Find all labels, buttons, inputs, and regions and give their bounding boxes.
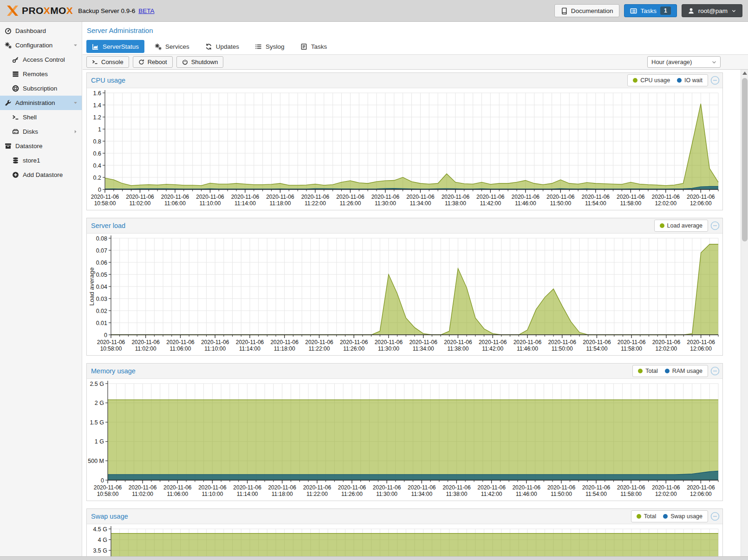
sidebar-item-datastore[interactable]: Datastore <box>0 139 82 153</box>
tab-services[interactable]: Services <box>149 40 195 53</box>
vertical-scrollbar[interactable] <box>741 70 748 557</box>
legend-label: Total <box>645 368 657 374</box>
svg-text:11:30:00: 11:30:00 <box>378 345 399 352</box>
sidebar-item-administration[interactable]: Administration <box>0 96 82 110</box>
caret-down-icon[interactable] <box>73 43 78 48</box>
svg-text:2020-11-06: 2020-11-06 <box>305 339 333 345</box>
undo-icon <box>138 59 144 65</box>
user-menu-button[interactable]: root@pam <box>682 4 742 17</box>
sidebar-item-remotes[interactable]: Remotes <box>0 67 82 81</box>
caret-right-icon[interactable] <box>73 129 78 134</box>
sidebar-item-add-datastore[interactable]: Add Datastore <box>0 168 82 182</box>
terminal-icon <box>12 114 19 121</box>
svg-text:11:10:00: 11:10:00 <box>204 345 226 352</box>
svg-text:11:26:00: 11:26:00 <box>341 491 363 497</box>
svg-text:2020-11-06: 2020-11-06 <box>161 194 189 200</box>
svg-text:2020-11-06: 2020-11-06 <box>236 339 264 345</box>
tab-bar: ServerStatusServicesUpdatesSyslogTasks <box>83 39 748 54</box>
timeframe-select[interactable]: Hour (average) <box>647 56 721 68</box>
svg-text:500 M: 500 M <box>88 458 104 464</box>
user-label: root@pam <box>698 7 728 14</box>
collapse-panel-button[interactable] <box>710 221 720 230</box>
reboot-button[interactable]: Reboot <box>133 56 173 68</box>
svg-text:11:30:00: 11:30:00 <box>375 200 396 207</box>
svg-text:11:02:00: 11:02:00 <box>135 345 156 352</box>
svg-text:2020-11-06: 2020-11-06 <box>687 194 715 200</box>
tab-updates[interactable]: Updates <box>200 40 245 53</box>
cpu-usage-chart-body: 00.20.40.60.811.21.41.62020-11-0610:58:0… <box>87 88 722 210</box>
collapse-panel-button[interactable] <box>710 512 720 521</box>
sidebar-item-label: Disks <box>23 128 38 135</box>
svg-text:0.04: 0.04 <box>96 284 107 290</box>
shutdown-button[interactable]: Shutdown <box>176 56 224 68</box>
tab-tasks[interactable]: Tasks <box>295 40 333 53</box>
sidebar-item-subscription[interactable]: Subscription <box>0 81 82 96</box>
svg-text:2020-11-06: 2020-11-06 <box>340 339 368 345</box>
collapse-panel-button[interactable] <box>710 76 720 85</box>
swap-usage-panel: Swap usageTotalSwap usage0500 M1 G1.5 G2… <box>86 508 723 557</box>
chevron-down-icon <box>731 8 736 13</box>
svg-text:2020-11-06: 2020-11-06 <box>514 339 542 345</box>
proxmox-logo[interactable]: PROXMOX <box>6 4 73 17</box>
svg-text:11:30:00: 11:30:00 <box>376 491 397 497</box>
key-icon <box>12 56 19 63</box>
tab-syslog[interactable]: Syslog <box>249 40 290 53</box>
svg-text:2020-11-06: 2020-11-06 <box>266 194 294 200</box>
svg-text:12:06:00: 12:06:00 <box>690 345 712 352</box>
svg-text:2020-11-06: 2020-11-06 <box>97 339 125 345</box>
sidebar-item-store1[interactable]: store1 <box>0 153 82 168</box>
documentation-button[interactable]: Documentation <box>554 4 619 17</box>
svg-text:11:50:00: 11:50:00 <box>550 200 571 207</box>
svg-text:0: 0 <box>101 477 104 484</box>
svg-text:11:34:00: 11:34:00 <box>413 345 434 352</box>
chart-legend: Load average <box>654 220 708 232</box>
svg-text:0: 0 <box>104 332 107 339</box>
plus-circle-icon <box>12 171 19 178</box>
svg-text:2020-11-06: 2020-11-06 <box>201 339 229 345</box>
collapse-panel-button[interactable] <box>710 366 720 376</box>
panel-title: CPU usage <box>91 77 627 84</box>
svg-text:11:14:00: 11:14:00 <box>237 491 258 497</box>
cpu-usage-panel: CPU usageCPU usageIO wait00.20.40.60.811… <box>86 72 723 210</box>
tachometer-icon <box>5 27 12 34</box>
legend-item: Load average <box>660 222 702 229</box>
svg-text:11:50:00: 11:50:00 <box>551 491 572 497</box>
sidebar-item-shell[interactable]: Shell <box>0 110 82 124</box>
svg-text:2020-11-06: 2020-11-06 <box>373 484 401 491</box>
button-label: Reboot <box>148 59 167 65</box>
button-label: Shutdown <box>191 59 218 65</box>
tab-serverstatus[interactable]: ServerStatus <box>86 40 144 53</box>
page-title: Server Administration <box>87 26 153 34</box>
documentation-label: Documentation <box>571 7 613 14</box>
scroll-up-arrow-icon[interactable] <box>742 72 747 75</box>
svg-text:2020-11-06: 2020-11-06 <box>338 484 366 491</box>
caret-down-icon[interactable] <box>73 100 78 105</box>
svg-text:2020-11-06: 2020-11-06 <box>301 194 330 200</box>
svg-text:1 G: 1 G <box>95 438 104 445</box>
tasks-button[interactable]: Tasks 1 <box>624 4 677 17</box>
legend-label: IO wait <box>684 77 702 84</box>
sidebar-item-disks[interactable]: Disks <box>0 124 82 139</box>
svg-text:Load average: Load average <box>88 267 95 306</box>
svg-text:10:58:00: 10:58:00 <box>100 345 122 352</box>
svg-text:11:26:00: 11:26:00 <box>339 200 361 207</box>
console-button[interactable]: Console <box>86 56 129 68</box>
sidebar-item-dashboard[interactable]: Dashboard <box>0 24 82 38</box>
legend-item: CPU usage <box>633 77 670 84</box>
scrollbar-thumb[interactable] <box>742 78 748 241</box>
server-load-panel-header: Server loadLoad average <box>87 218 722 234</box>
svg-text:11:10:00: 11:10:00 <box>200 200 221 207</box>
beta-link[interactable]: BETA <box>138 7 154 14</box>
svg-text:2020-11-06: 2020-11-06 <box>409 339 437 345</box>
sidebar-item-access-control[interactable]: Access Control <box>0 52 82 67</box>
svg-text:2020-11-06: 2020-11-06 <box>617 484 645 491</box>
svg-text:11:22:00: 11:22:00 <box>309 345 330 352</box>
memory-usage-panel: Memory usageTotalRAM usage0500 M1 G1.5 G… <box>86 363 723 501</box>
svg-text:11:18:00: 11:18:00 <box>274 345 295 352</box>
main-content: Server Administration ServerStatusServic… <box>83 22 748 557</box>
sidebar-item-configuration[interactable]: Configuration <box>0 38 82 52</box>
server-load-chart-body: 00.010.020.030.040.050.060.070.082020-11… <box>87 234 722 355</box>
sidebar-item-label: Remotes <box>23 71 48 78</box>
svg-text:11:06:00: 11:06:00 <box>167 491 188 497</box>
legend-dot <box>633 78 637 83</box>
